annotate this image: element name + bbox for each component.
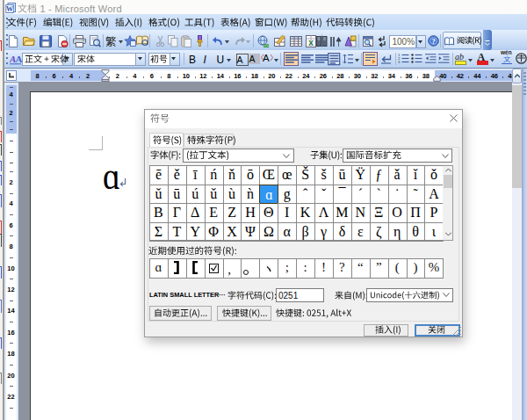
svg-text:?: ? — [431, 37, 435, 46]
svg-text:3: 3 — [398, 60, 401, 64]
svg-text:A: A — [16, 54, 23, 64]
svg-text:W: W — [6, 5, 13, 13]
svg-text:X: X — [308, 39, 314, 47]
